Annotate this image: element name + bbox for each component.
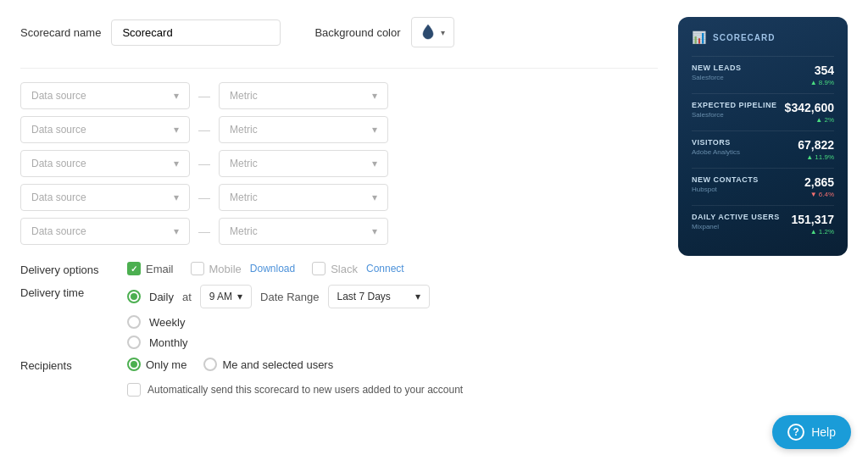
metric-info: NEW CONTACTS Hubspot (692, 175, 759, 193)
only-me-option: Only me (127, 358, 186, 371)
download-link[interactable]: Download (250, 263, 295, 275)
metric-select-5[interactable]: Metric ▾ (219, 218, 388, 245)
weekly-label: Weekly (149, 316, 185, 329)
date-range-select[interactable]: Last 7 Days ▾ (328, 285, 430, 308)
delivery-options-section: Delivery options Email Mobile Download S… (20, 262, 658, 276)
data-source-select-5[interactable]: Data source ▾ (20, 218, 190, 245)
auto-send-checkbox[interactable] (127, 383, 141, 397)
chevron-down-icon: ▾ (372, 124, 377, 136)
connector-dash: — (197, 89, 212, 103)
connector-dash: — (197, 157, 212, 170)
scorecard-card-title: SCORECARD (713, 33, 775, 42)
metric-placeholder: Metric (230, 124, 258, 136)
metric-select-1[interactable]: Metric ▾ (219, 82, 388, 109)
weekly-radio[interactable] (127, 315, 141, 329)
metric-placeholder: Metric (230, 191, 258, 203)
metric-value: 67,822 (798, 138, 834, 152)
data-source-select-3[interactable]: Data source ▾ (20, 150, 190, 177)
delivery-time-label: Delivery time (20, 285, 114, 299)
scorecard-card-icon: 📊 (692, 31, 706, 44)
auto-send-label: Automatically send this scorecard to new… (147, 384, 463, 396)
metric-select-4[interactable]: Metric ▾ (219, 184, 388, 211)
metric-change: ▲ 11.9% (798, 153, 834, 161)
metric-select-3[interactable]: Metric ▾ (219, 150, 388, 177)
metric-value-col: 354 ▲ 8.9% (810, 64, 834, 86)
recipients-content: Only me Me and selected users Automatica… (127, 358, 463, 397)
scorecard-card: 📊 SCORECARD NEW LEADS Salesforce 354 ▲ 8… (678, 17, 848, 256)
metric-value-col: $342,600 ▲ 2% (785, 101, 834, 124)
help-button[interactable]: ? Help (772, 415, 851, 449)
metric-row: Data source ▾ — Metric ▾ (20, 150, 658, 177)
scorecard-name-field: Scorecard name (20, 19, 281, 46)
metric-name: VISITORS (692, 138, 740, 147)
metric-value: 151,317 (791, 213, 834, 226)
slack-checkbox[interactable] (312, 262, 326, 275)
metric-value-col: 151,317 ▲ 1.2% (791, 213, 834, 236)
scorecard-item-4: DAILY ACTIVE USERS Mixpanel 151,317 ▲ 1.… (692, 205, 834, 242)
chevron-down-icon: ▾ (174, 124, 179, 136)
email-label: Email (146, 263, 174, 275)
recipients-label: Recipients (20, 358, 114, 372)
monthly-radio[interactable] (127, 336, 141, 349)
daily-radio[interactable] (127, 290, 141, 303)
monthly-row: Monthly (127, 336, 430, 349)
metric-change: ▼ 6.4% (804, 191, 834, 198)
connector-dash: — (197, 225, 212, 238)
metric-name: DAILY ACTIVE USERS (692, 213, 780, 221)
data-source-select-4[interactable]: Data source ▾ (20, 184, 190, 211)
data-source-placeholder: Data source (31, 124, 86, 136)
metric-name: NEW CONTACTS (692, 175, 759, 184)
metric-info: NEW LEADS Salesforce (692, 64, 742, 81)
auto-send-row: Automatically send this scorecard to new… (127, 383, 463, 397)
scorecard-item-0: NEW LEADS Salesforce 354 ▲ 8.9% (692, 56, 834, 93)
monthly-label: Monthly (149, 336, 188, 349)
metric-row: Data source ▾ — Metric ▾ (20, 218, 658, 245)
chevron-down-icon: ▾ (174, 158, 179, 169)
section-divider (20, 68, 658, 69)
metric-change: ▲ 1.2% (791, 228, 834, 236)
chevron-down-icon: ▾ (237, 291, 242, 302)
at-label: at (182, 291, 192, 303)
metric-placeholder: Metric (230, 158, 258, 169)
metric-source: Salesforce (692, 111, 777, 119)
mobile-checkbox[interactable] (191, 262, 204, 275)
time-select[interactable]: 9 AM ▾ (200, 285, 252, 308)
data-source-select-2[interactable]: Data source ▾ (20, 116, 190, 143)
only-me-radio[interactable] (127, 358, 141, 371)
metric-value: 2,865 (804, 175, 834, 189)
color-picker-button[interactable]: ▾ (411, 17, 454, 47)
background-color-label: Background color (314, 26, 400, 39)
data-source-placeholder: Data source (31, 158, 86, 169)
background-color-field: Background color ▾ (314, 17, 453, 47)
connect-link[interactable]: Connect (366, 263, 404, 275)
scorecard-name-input[interactable] (111, 19, 281, 46)
metric-select-2[interactable]: Metric ▾ (219, 116, 388, 143)
scorecard-item-2: VISITORS Adobe Analytics 67,822 ▲ 11.9% (692, 130, 834, 168)
delivery-time-content: Daily at 9 AM ▾ Date Range Last 7 Days ▾… (127, 285, 430, 349)
delivery-options-label: Delivery options (20, 262, 114, 276)
only-me-label: Only me (146, 358, 186, 371)
scorecard-item-1: EXPECTED PIPELINE Salesforce $342,600 ▲ … (692, 93, 834, 130)
daily-row: Daily at 9 AM ▾ Date Range Last 7 Days ▾ (127, 285, 430, 308)
delivery-time-section: Delivery time Daily at 9 AM ▾ Date Range… (20, 285, 658, 349)
metric-placeholder: Metric (230, 225, 258, 237)
date-range-label: Date Range (260, 291, 319, 303)
chevron-down-icon: ▾ (174, 90, 179, 102)
scorecard-preview-panel: 📊 SCORECARD NEW LEADS Salesforce 354 ▲ 8… (678, 17, 848, 405)
scorecard-name-label: Scorecard name (20, 26, 101, 39)
data-source-select-1[interactable]: Data source ▾ (20, 82, 190, 109)
data-source-placeholder: Data source (31, 191, 86, 203)
chevron-down-icon: ▾ (372, 191, 377, 203)
chevron-down-icon: ▾ (372, 158, 377, 169)
connector-dash: — (197, 123, 212, 136)
metric-rows-container: Data source ▾ — Metric ▾ Data source ▾ —… (20, 82, 658, 245)
metric-name: NEW LEADS (692, 64, 742, 72)
mobile-label: Mobile (209, 263, 242, 275)
me-and-selected-label: Me and selected users (222, 358, 333, 371)
me-and-selected-radio[interactable] (203, 358, 217, 371)
chevron-down-icon: ▾ (372, 90, 377, 102)
email-option: Email (127, 262, 174, 275)
metric-value: $342,600 (785, 101, 834, 114)
recipients-options-row: Only me Me and selected users (127, 358, 463, 371)
email-checkbox[interactable] (127, 262, 141, 275)
